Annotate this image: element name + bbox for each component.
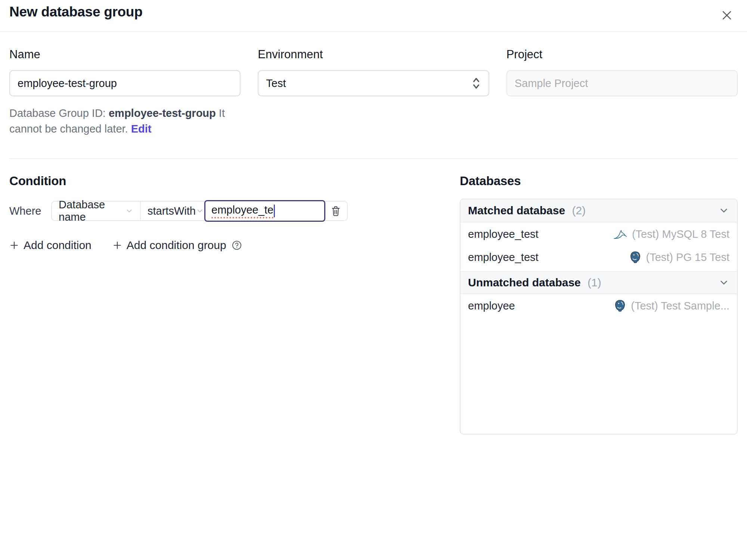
chevron-down-icon bbox=[718, 277, 729, 288]
database-instance: (Test) Test Sample... bbox=[614, 299, 729, 312]
databases-heading: Databases bbox=[460, 174, 738, 188]
add-condition-button[interactable]: Add condition bbox=[9, 239, 92, 252]
environment-selected-value: Test bbox=[266, 77, 286, 90]
condition-field-value: Database name bbox=[59, 199, 125, 223]
condition-heading: Condition bbox=[9, 174, 441, 188]
condition-section: Condition Where Database name startsWith bbox=[9, 174, 441, 252]
name-label: Name bbox=[9, 48, 241, 61]
matched-database-row[interactable]: employee_test (Test) PG 15 Test bbox=[461, 246, 737, 269]
mysql-icon bbox=[613, 228, 627, 240]
databases-panel: Matched database (2) employee_test bbox=[460, 199, 738, 435]
main-content: Condition Where Database name startsWith bbox=[0, 159, 747, 435]
database-name: employee_test bbox=[468, 228, 539, 240]
delete-condition-button[interactable] bbox=[325, 202, 347, 220]
database-instance-label: (Test) PG 15 Test bbox=[646, 251, 730, 264]
group-id-note-prefix: Database Group ID: bbox=[9, 107, 109, 119]
group-id-note: Database Group ID: employee-test-group I… bbox=[9, 105, 241, 137]
new-database-group-dialog: New database group Name Database Group I… bbox=[0, 0, 747, 560]
project-label: Project bbox=[506, 48, 738, 61]
condition-operator-value: startsWith bbox=[148, 205, 196, 217]
database-name: employee_test bbox=[468, 251, 539, 264]
chevron-down-icon bbox=[125, 207, 133, 215]
group-id-value: employee-test-group bbox=[109, 107, 216, 119]
select-updown-icon bbox=[471, 77, 481, 89]
unmatched-database-row[interactable]: employee (Test) Test Sample... bbox=[461, 294, 737, 317]
database-instance-label: (Test) MySQL 8 Test bbox=[632, 228, 729, 240]
environment-select[interactable]: Test bbox=[258, 70, 489, 96]
matched-database-row[interactable]: employee_test (Test) MySQL 8 Test bbox=[461, 223, 737, 246]
where-label: Where bbox=[9, 205, 51, 217]
condition-operator-select[interactable]: startsWith bbox=[141, 202, 205, 220]
dialog-title: New database group bbox=[9, 3, 142, 21]
name-input[interactable] bbox=[9, 70, 241, 96]
help-icon bbox=[232, 240, 242, 251]
condition-value-input[interactable]: employee_te bbox=[204, 200, 325, 222]
database-instance: (Test) MySQL 8 Test bbox=[613, 228, 729, 240]
environment-label: Environment bbox=[258, 48, 489, 61]
unmatched-database-header[interactable]: Unmatched database (1) bbox=[461, 271, 737, 294]
unmatched-database-title-text: Unmatched database bbox=[468, 276, 581, 289]
close-icon bbox=[720, 9, 733, 22]
unmatched-database-title: Unmatched database (1) bbox=[468, 276, 601, 289]
database-instance: (Test) PG 15 Test bbox=[629, 251, 730, 264]
matched-database-header[interactable]: Matched database (2) bbox=[461, 199, 737, 223]
database-instance-label: (Test) Test Sample... bbox=[631, 300, 729, 312]
matched-database-title: Matched database (2) bbox=[468, 204, 586, 217]
text-cursor bbox=[274, 205, 275, 217]
plus-icon bbox=[9, 240, 19, 250]
group-form: Name Database Group ID: employee-test-gr… bbox=[0, 32, 747, 137]
condition-field-select[interactable]: Database name bbox=[52, 202, 141, 220]
add-condition-group-button[interactable]: Add condition group bbox=[112, 239, 242, 252]
edit-id-link[interactable]: Edit bbox=[131, 123, 152, 135]
condition-expression-group: Database name startsWith employee_te bbox=[51, 201, 348, 221]
name-field-group: Name Database Group ID: employee-test-gr… bbox=[9, 48, 241, 137]
databases-section: Databases Matched database (2) employee_… bbox=[460, 174, 738, 435]
condition-row: Where Database name startsWith bbox=[9, 201, 441, 221]
condition-actions: Add condition Add condition group bbox=[9, 239, 441, 252]
chevron-down-icon bbox=[196, 207, 204, 215]
project-field-group: Project bbox=[506, 48, 738, 137]
postgres-icon bbox=[614, 299, 626, 312]
dialog-header: New database group bbox=[0, 0, 747, 32]
add-condition-label: Add condition bbox=[24, 239, 92, 252]
database-name: employee bbox=[468, 300, 515, 312]
add-condition-group-label: Add condition group bbox=[127, 239, 226, 252]
chevron-down-icon bbox=[718, 205, 729, 216]
postgres-icon bbox=[629, 251, 642, 264]
matched-database-title-text: Matched database bbox=[468, 204, 565, 217]
close-button[interactable] bbox=[719, 7, 735, 23]
matched-database-count: (2) bbox=[572, 204, 586, 217]
trash-icon bbox=[331, 205, 341, 217]
condition-value-text: employee_te bbox=[211, 204, 273, 218]
unmatched-database-count: (1) bbox=[588, 276, 601, 289]
environment-field-group: Environment Test bbox=[258, 48, 489, 137]
project-input bbox=[506, 70, 738, 96]
plus-icon bbox=[112, 240, 122, 250]
